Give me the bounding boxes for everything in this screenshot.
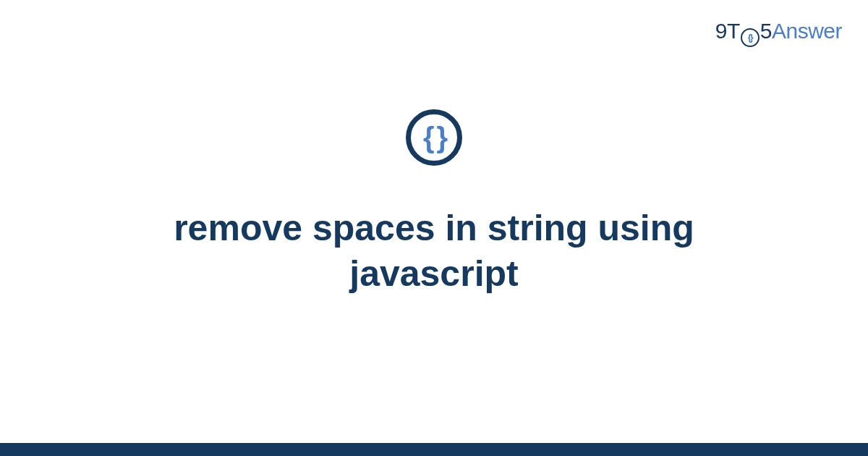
braces-glyph: { } [423,123,445,152]
main-content: { } remove spaces in string using javasc… [0,0,868,456]
footer-accent-bar [0,443,868,456]
page-title: remove spaces in string using javascript [72,206,796,296]
code-braces-icon: { } [406,109,462,166]
